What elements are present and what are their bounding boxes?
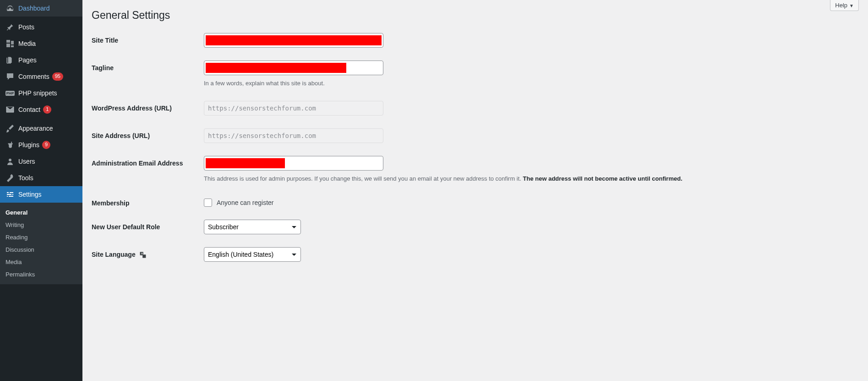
sidebar-item-dashboard[interactable]: Dashboard xyxy=(0,0,82,17)
plugins-badge: 9 xyxy=(42,141,50,149)
chevron-down-icon: ▼ xyxy=(849,3,854,8)
svg-text:A: A xyxy=(141,252,143,255)
sidebar-item-users[interactable]: Users xyxy=(0,153,82,170)
default-role-label: New User Default Role xyxy=(92,220,204,231)
site-address-label: Site Address (URL) xyxy=(92,128,204,139)
admin-email-label: Administration Email Address xyxy=(92,156,204,167)
brush-icon xyxy=(5,124,15,133)
sidebar-item-pages[interactable]: Pages xyxy=(0,52,82,68)
admin-email-input[interactable] xyxy=(204,156,383,171)
media-icon xyxy=(5,39,15,48)
dashboard-icon xyxy=(5,4,15,13)
user-icon xyxy=(5,157,15,166)
site-title-label: Site Title xyxy=(92,33,204,44)
sliders-icon xyxy=(5,190,15,199)
page-title: General Settings xyxy=(92,9,859,22)
svg-point-0 xyxy=(9,159,11,161)
sidebar-item-tools[interactable]: Tools xyxy=(0,170,82,186)
sidebar-item-label: Contact xyxy=(18,106,40,113)
pin-icon xyxy=(5,22,15,32)
site-title-input[interactable] xyxy=(204,33,383,48)
sidebar-item-label: PHP snippets xyxy=(18,89,57,97)
site-address-input xyxy=(204,128,383,143)
plugin-icon xyxy=(5,140,15,149)
tagline-description: In a few words, explain what this site i… xyxy=(204,79,708,88)
pages-icon xyxy=(5,55,15,65)
sidebar-item-label: Settings xyxy=(18,191,42,198)
tagline-label: Tagline xyxy=(92,61,204,72)
wrench-icon xyxy=(5,173,15,182)
wp-address-input xyxy=(204,101,383,116)
tagline-input[interactable] xyxy=(204,61,383,75)
sidebar-item-contact[interactable]: Contact 1 xyxy=(0,101,82,118)
membership-checkbox-label: Anyone can register xyxy=(217,199,274,206)
default-role-select[interactable]: Subscriber xyxy=(204,220,301,234)
submenu-item-reading[interactable]: Reading xyxy=(0,231,82,243)
main-content: Help▼ General Settings Site Title Taglin… xyxy=(82,0,868,381)
sidebar-item-appearance[interactable]: Appearance xyxy=(0,120,82,137)
sidebar-item-comments[interactable]: Comments 95 xyxy=(0,68,82,85)
site-language-label: Site Language A xyxy=(92,247,204,259)
mail-icon xyxy=(5,105,15,114)
sidebar-item-label: Dashboard xyxy=(18,5,50,12)
help-tab[interactable]: Help▼ xyxy=(830,0,859,11)
site-language-select[interactable]: English (United States) xyxy=(204,247,301,262)
translate-icon: A xyxy=(139,251,147,259)
submenu-item-writing[interactable]: Writing xyxy=(0,219,82,231)
sidebar-item-php-snippets[interactable]: PHP PHP snippets xyxy=(0,85,82,101)
sidebar-item-label: Comments xyxy=(18,73,49,80)
submenu-item-general[interactable]: General xyxy=(0,206,82,219)
sidebar-item-label: Appearance xyxy=(18,125,53,132)
comments-badge: 95 xyxy=(52,72,63,80)
help-label: Help xyxy=(835,2,847,9)
wp-address-label: WordPress Address (URL) xyxy=(92,101,204,112)
submenu-item-permalinks[interactable]: Permalinks xyxy=(0,268,82,281)
membership-label: Membership xyxy=(92,196,204,207)
admin-sidebar: Dashboard Posts Media Pages Comments 95 … xyxy=(0,0,82,381)
comment-icon xyxy=(5,72,15,81)
sidebar-item-settings[interactable]: Settings xyxy=(0,186,82,203)
submenu-item-media[interactable]: Media xyxy=(0,256,82,268)
sidebar-item-label: Pages xyxy=(18,56,37,64)
sidebar-item-label: Users xyxy=(18,158,35,165)
contact-badge: 1 xyxy=(43,105,51,113)
settings-submenu: General Writing Reading Discussion Media… xyxy=(0,203,82,284)
sidebar-item-label: Plugins xyxy=(18,141,39,149)
membership-checkbox[interactable] xyxy=(204,199,212,207)
sidebar-item-label: Tools xyxy=(18,174,33,182)
submenu-item-discussion[interactable]: Discussion xyxy=(0,243,82,256)
sidebar-item-label: Posts xyxy=(18,23,34,31)
sidebar-item-media[interactable]: Media xyxy=(0,35,82,52)
admin-email-description: This address is used for admin purposes.… xyxy=(204,174,708,183)
sidebar-item-plugins[interactable]: Plugins 9 xyxy=(0,137,82,153)
sidebar-item-posts[interactable]: Posts xyxy=(0,19,82,35)
sidebar-item-label: Media xyxy=(18,40,36,47)
php-icon: PHP xyxy=(5,88,15,98)
